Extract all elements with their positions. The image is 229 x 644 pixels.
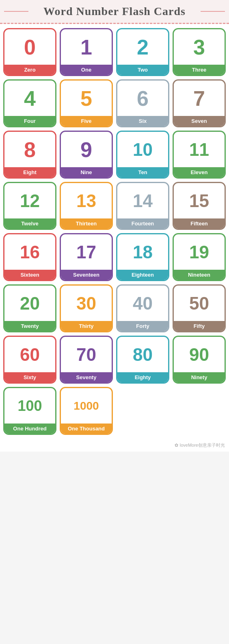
card-label: Twelve [4,218,55,229]
card-label: Sixteen [4,270,55,280]
card-label: Fifty [174,321,225,331]
card-label: Ten [117,167,168,177]
flash-card[interactable]: 2Two [116,28,169,76]
flash-card[interactable]: 16Sixteen [3,233,56,281]
card-number: 18 [117,234,168,270]
card-number: 12 [4,183,55,218]
flash-card[interactable]: 8Eight [3,131,56,179]
card-label: One Hundred [4,424,55,434]
flash-card[interactable]: 40Forty [116,284,169,332]
card-number: 16 [4,234,55,270]
card-number: 2 [117,29,168,65]
footer: ✿ loveMore创意亲子时光 [0,439,229,452]
flash-card[interactable]: 0Zero [3,28,56,76]
flash-card[interactable]: 9Nine [60,131,113,179]
card-number: 90 [174,337,225,372]
card-label: Four [4,116,55,126]
flash-card[interactable]: 12Twelve [3,182,56,230]
card-number: 70 [61,337,112,372]
flash-card[interactable]: 3Three [173,28,226,76]
header: Word Number Flash Cards [0,0,229,24]
flash-card[interactable]: 70Seventy [60,336,113,384]
card-label: Eight [4,167,55,177]
flash-card[interactable]: 14Fourteen [116,182,169,230]
flash-card[interactable]: 6Six [116,79,169,127]
flash-card[interactable]: 7Seven [173,79,226,127]
card-label: Eleven [174,167,225,177]
card-label: Nine [61,167,112,177]
flash-card[interactable]: 11Eleven [173,131,226,179]
flash-card[interactable]: 19Nineteen [173,233,226,281]
card-number: 9 [61,132,112,167]
card-number: 4 [4,81,55,116]
flash-card[interactable]: 17Seventeen [60,233,113,281]
card-label: Thirteen [61,218,112,229]
card-label: Fifteen [174,218,225,229]
card-number: 60 [4,337,55,372]
card-label: Three [174,65,225,75]
card-label: Seventeen [61,270,112,280]
card-label: Eighty [117,372,168,382]
flash-card[interactable]: 1000One Thousand [60,387,113,435]
footer-icon: ✿ [175,443,178,448]
card-label: Eighteen [117,270,168,280]
card-label: Twenty [4,321,55,331]
card-number: 7 [174,81,225,116]
card-number: 5 [61,81,112,116]
flash-card[interactable]: 15Fifteen [173,182,226,230]
flash-card[interactable]: 13Thirteen [60,182,113,230]
flash-card[interactable]: 10Ten [116,131,169,179]
page-title: Word Number Flash Cards [43,5,186,17]
card-label: One Thousand [61,424,112,434]
card-number: 10 [117,132,168,167]
flash-card[interactable]: 80Eighty [116,336,169,384]
card-number: 3 [174,29,225,65]
page-wrapper: Word Number Flash Cards 0Zero1One2Two3Th… [0,0,229,452]
card-label: Zero [4,65,55,75]
flash-card[interactable]: 30Thirty [60,284,113,332]
card-number: 15 [174,183,225,218]
card-label: Two [117,65,168,75]
card-number: 14 [117,183,168,218]
card-label: Seventy [61,372,112,382]
flash-card[interactable]: 90Ninety [173,336,226,384]
card-label: Thirty [61,321,112,331]
card-label: Six [117,116,168,126]
card-label: Nineteen [174,270,225,280]
footer-text: loveMore创意亲子时光 [180,442,225,448]
card-number: 19 [174,234,225,270]
card-number: 80 [117,337,168,372]
flash-card[interactable]: 50Fifty [173,284,226,332]
card-number: 11 [174,132,225,167]
flash-card[interactable]: 5Five [60,79,113,127]
card-number: 1000 [61,388,112,424]
flash-card[interactable]: 4Four [3,79,56,127]
card-number: 30 [61,286,112,321]
card-label: One [61,65,112,75]
card-label: Forty [117,321,168,331]
card-label: Seven [174,116,225,126]
card-number: 0 [4,29,55,65]
flash-card[interactable]: 100One Hundred [3,387,56,435]
card-number: 8 [4,132,55,167]
cards-grid: 0Zero1One2Two3Three4Four5Five6Six7Seven8… [0,24,229,439]
card-label: Ninety [174,372,225,382]
card-number: 20 [4,286,55,321]
card-label: Sixty [4,372,55,382]
flash-card[interactable]: 18Eighteen [116,233,169,281]
card-number: 17 [61,234,112,270]
footer-logo: ✿ loveMore创意亲子时光 [4,442,225,448]
flash-card[interactable]: 60Sixty [3,336,56,384]
flash-card[interactable]: 20Twenty [3,284,56,332]
card-label: Fourteen [117,218,168,229]
card-label: Five [61,116,112,126]
card-number: 100 [4,388,55,424]
card-number: 1 [61,29,112,65]
card-number: 40 [117,286,168,321]
flash-card[interactable]: 1One [60,28,113,76]
card-number: 50 [174,286,225,321]
card-number: 13 [61,183,112,218]
card-number: 6 [117,81,168,116]
